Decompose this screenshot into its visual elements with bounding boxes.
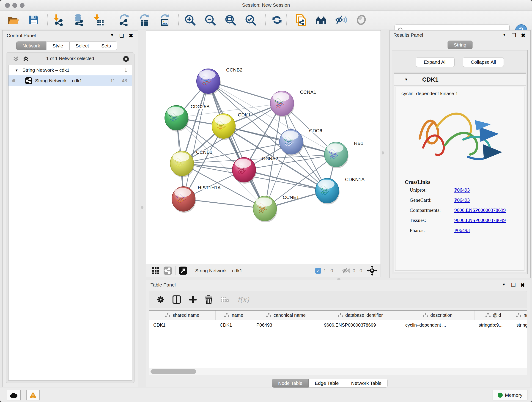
panel-collapse-icon[interactable]: ▼ [502, 33, 506, 37]
tab-style[interactable]: Style [46, 41, 70, 50]
panel-float-icon[interactable]: ❑ [512, 32, 516, 38]
panel-close-icon[interactable]: ✖ [129, 33, 133, 39]
save-session-button[interactable] [27, 13, 40, 26]
crosslink-row: Tissues:9606.ENSP00000378699 [410, 217, 524, 223]
string-home-button[interactable] [314, 13, 328, 26]
network-selected-status: 1 of 1 Network selected [6, 56, 134, 61]
tab-network-table[interactable]: Network Table [345, 379, 388, 388]
cell--id[interactable]: stringdb:9... [475, 320, 512, 330]
network-node-cdkn1a[interactable]: CDKN1A [316, 177, 365, 204]
network-node-cdc25b[interactable]: CDC25B [165, 104, 210, 132]
control-panel-title: Control Panel [7, 33, 36, 38]
graphics-details-button[interactable] [355, 13, 368, 26]
zoom-in-button[interactable] [183, 13, 196, 26]
protein-section-header[interactable]: ▼ CDK1 [394, 74, 526, 86]
panel-float-icon[interactable]: ❑ [511, 282, 516, 288]
network-edge[interactable] [184, 81, 208, 199]
crosslink-link[interactable]: 9606.ENSP00000378699 [454, 207, 506, 213]
column-header-namespac[interactable]: namespac [512, 311, 527, 320]
memory-label: Memory [505, 392, 522, 398]
column-header-shared-name[interactable]: shared name [149, 311, 215, 320]
cell-name[interactable]: CDK1 [215, 320, 252, 330]
panel-float-icon[interactable]: ❑ [119, 33, 124, 39]
column-header-name[interactable]: name [215, 311, 252, 320]
tree-expander-icon[interactable]: ▼ [15, 68, 18, 72]
zoom-selected-button[interactable] [244, 13, 257, 26]
network-node-ccnb1[interactable]: CCNB1 [170, 149, 212, 177]
network-node-cdc6[interactable]: CDC6 [279, 128, 322, 156]
zoom-fit-button[interactable] [224, 13, 237, 26]
network-node-ccnb2[interactable]: CCNB2 [196, 67, 242, 95]
crosslink-link[interactable]: P06493 [454, 197, 470, 203]
import-network-database-button[interactable] [72, 13, 85, 26]
scrollbar-thumb[interactable] [151, 369, 196, 374]
duplicate-network-button[interactable] [294, 13, 307, 26]
zoom-out-button[interactable] [203, 13, 217, 26]
horizontal-scrollbar[interactable] [149, 368, 527, 375]
refresh-layout-button[interactable] [270, 13, 284, 26]
network-node-ccna1[interactable]: CCNA1 [270, 89, 316, 117]
section-expander-icon[interactable]: ▼ [404, 77, 408, 82]
crosslink-link[interactable]: 9606.ENSP00000378699 [454, 217, 506, 223]
network-collection-row[interactable]: ▼ String Network – cdk1 1 [8, 65, 132, 75]
splitter-handle[interactable] [141, 206, 143, 209]
import-table-button[interactable] [92, 13, 105, 26]
export-network-button[interactable] [117, 13, 131, 26]
export-table-button[interactable] [138, 13, 151, 26]
memory-status-dot [498, 393, 503, 398]
cloud-status-button[interactable] [7, 390, 21, 400]
selected-checkbox-icon[interactable]: ✓ [315, 268, 321, 274]
selected-node-edge-count: 1 - 0 [323, 268, 333, 274]
cell-namespac[interactable]: stringdb [512, 320, 527, 330]
cell-database-identifier[interactable]: 9606.ENSP00000378699 [320, 320, 401, 330]
show-columns-button[interactable] [172, 295, 181, 304]
tab-select[interactable]: Select [70, 41, 95, 50]
network-row-selected[interactable]: String Network – cdk1 11 48 [8, 75, 132, 86]
export-image-button[interactable] [158, 13, 171, 26]
open-session-button[interactable] [7, 13, 20, 26]
crosslink-link[interactable]: P06493 [454, 187, 470, 193]
warnings-button[interactable] [26, 390, 40, 400]
network-view-canvas[interactable]: CCNB2CCNA1CDC25BCDK1CDC6RB1CCNB1CCNA2CDK… [146, 30, 381, 264]
network-node-rb1[interactable]: RB1 [324, 140, 363, 168]
hide-unhide-button[interactable] [335, 13, 348, 26]
memory-button[interactable]: Memory [493, 390, 527, 400]
panel-close-icon[interactable]: ✖ [521, 32, 525, 38]
tab-network[interactable]: Network [16, 41, 46, 50]
fit-content-crosshair-icon[interactable] [367, 265, 377, 276]
column-header--id[interactable]: @id [475, 311, 512, 320]
panel-collapse-icon[interactable]: ▼ [502, 283, 506, 287]
tab-string[interactable]: String [448, 41, 473, 49]
splitter-handle[interactable] [382, 151, 384, 154]
import-network-file-button[interactable] [52, 13, 65, 26]
gear-icon[interactable] [122, 55, 130, 63]
delete-column-button[interactable] [205, 295, 213, 304]
crosslink-link[interactable]: P06493 [454, 227, 470, 233]
birdseye-view-icon[interactable] [179, 266, 187, 275]
network-node-hist1h1a[interactable]: HIST1H1A [172, 185, 221, 213]
network-node-ccne1[interactable]: CCNE1 [253, 195, 299, 222]
expand-all-button[interactable]: Expand All [416, 57, 455, 67]
column-header-database-identifier[interactable]: database identifier [320, 311, 401, 320]
column-header-description[interactable]: description [401, 311, 475, 320]
protein-structure-image [411, 99, 509, 175]
column-header-canonical-name[interactable]: canonical name [252, 311, 320, 320]
create-column-button[interactable] [189, 295, 197, 304]
table-row[interactable]: CDK1CDK1P064939606.ENSP00000378699cyclin… [149, 320, 527, 330]
export-table-icon [138, 14, 150, 26]
tab-node-table[interactable]: Node Table [272, 379, 309, 388]
tab-edge-table[interactable]: Edge Table [309, 379, 345, 388]
hide-unhide-icon [335, 15, 347, 25]
grid-view-icon[interactable] [152, 267, 160, 275]
cell-description[interactable]: cyclin–dependent ... [401, 320, 475, 330]
panel-collapse-icon[interactable]: ▼ [110, 33, 114, 37]
cell-canonical-name[interactable]: P06493 [252, 320, 320, 330]
network-share-icon[interactable] [163, 266, 172, 275]
collapse-all-button[interactable]: Collapse All [463, 57, 504, 67]
cell-shared-name[interactable]: CDK1 [149, 320, 215, 330]
panel-close-icon[interactable]: ✖ [520, 282, 525, 288]
hidden-eye-icon [342, 267, 350, 274]
tab-sets[interactable]: Sets [95, 41, 117, 50]
table-settings-button[interactable] [157, 296, 165, 303]
network-edge[interactable] [244, 170, 327, 191]
